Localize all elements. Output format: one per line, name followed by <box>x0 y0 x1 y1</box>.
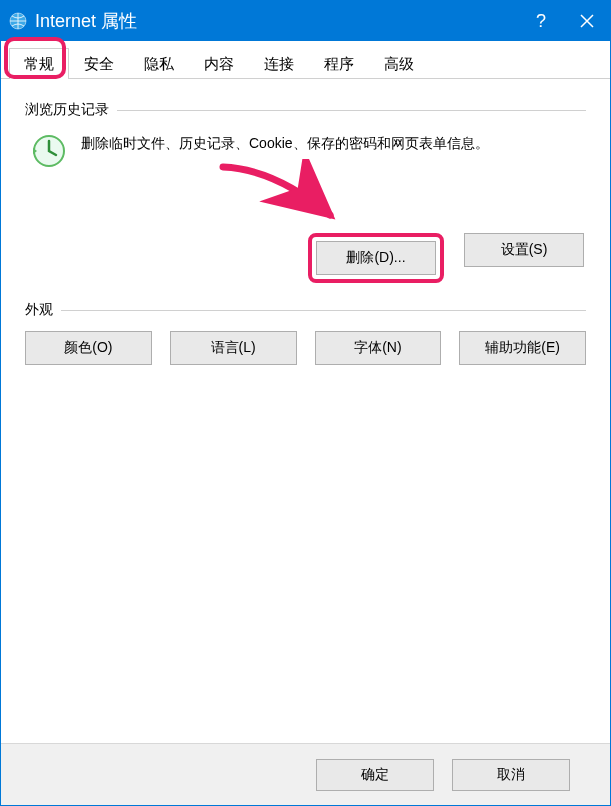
section-header-appearance: 外观 <box>25 301 586 319</box>
tab-advanced[interactable]: 高级 <box>369 48 429 79</box>
internet-properties-window: Internet 属性 ? 常规 安全 隐私 内容 连接 程序 高级 浏览历史记… <box>0 0 611 806</box>
section-label-appearance: 外观 <box>25 301 61 319</box>
divider <box>61 310 586 311</box>
cancel-button[interactable]: 取消 <box>452 759 570 791</box>
fonts-button[interactable]: 字体(N) <box>315 331 442 365</box>
tab-security[interactable]: 安全 <box>69 48 129 79</box>
help-button[interactable]: ? <box>518 1 564 41</box>
section-label-history: 浏览历史记录 <box>25 101 117 119</box>
tab-programs[interactable]: 程序 <box>309 48 369 79</box>
close-button[interactable] <box>564 1 610 41</box>
section-header-history: 浏览历史记录 <box>25 101 586 119</box>
tab-general[interactable]: 常规 <box>9 48 69 79</box>
delete-button[interactable]: 删除(D)... <box>316 241 436 275</box>
annotation-arrow-icon <box>215 159 365 235</box>
history-icon <box>25 129 73 169</box>
dialog-footer: 确定 取消 <box>1 743 610 805</box>
appearance-buttons-row: 颜色(O) 语言(L) 字体(N) 辅助功能(E) <box>25 331 586 365</box>
tab-privacy[interactable]: 隐私 <box>129 48 189 79</box>
window-title: Internet 属性 <box>35 9 518 33</box>
globe-icon <box>9 12 27 30</box>
colors-button[interactable]: 颜色(O) <box>25 331 152 365</box>
tab-connections[interactable]: 连接 <box>249 48 309 79</box>
annotation-arrow-wrap <box>25 185 586 245</box>
languages-button[interactable]: 语言(L) <box>170 331 297 365</box>
titlebar: Internet 属性 ? <box>1 1 610 41</box>
tab-content-panel: 浏览历史记录 删除临时文件、历史记录、Cookie、保存的密码和网页表单信息。 <box>1 79 610 365</box>
ok-button[interactable]: 确定 <box>316 759 434 791</box>
tab-content[interactable]: 内容 <box>189 48 249 79</box>
divider <box>117 110 586 111</box>
accessibility-button[interactable]: 辅助功能(E) <box>459 331 586 365</box>
tabstrip: 常规 安全 隐私 内容 连接 程序 高级 <box>1 41 610 79</box>
